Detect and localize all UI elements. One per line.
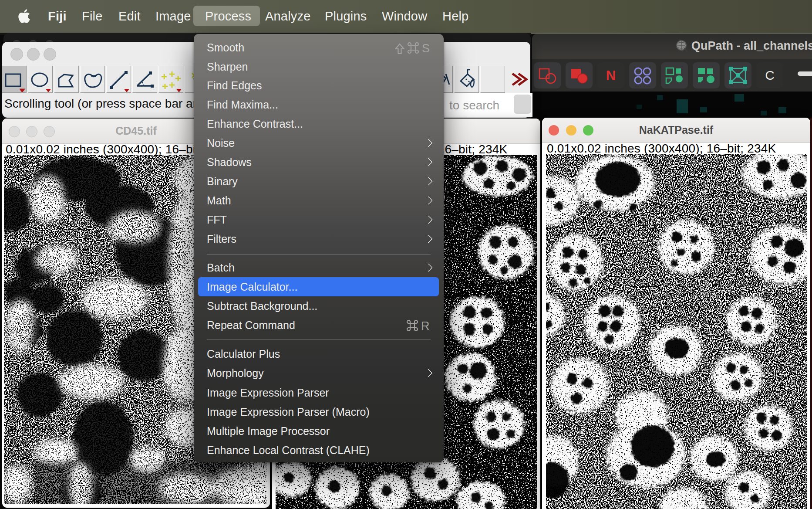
svg-text:N: N [606, 68, 616, 83]
svg-text:R: R [421, 319, 430, 333]
svg-text:S: S [422, 42, 430, 55]
svg-text:C: C [765, 68, 775, 82]
